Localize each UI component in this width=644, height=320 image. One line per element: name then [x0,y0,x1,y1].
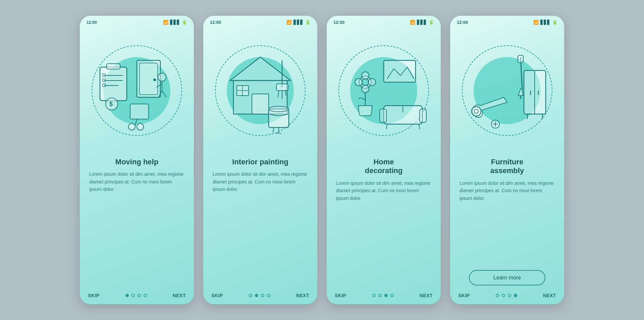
dot-3-1 [372,294,376,297]
skip-button-1[interactable]: SKIP [88,293,100,298]
svg-point-21 [137,123,144,130]
screen-title-4: Furniture assembly [460,158,555,175]
status-bar-3: 12:00 📶 ▋▋▋ 🔋 [327,16,441,27]
content-area-4: Furniture assembly Lorem ipsum dolor sit… [450,154,564,288]
nav-bar-1: SKIP NEXT [80,288,194,304]
illustration-area-1: $ [80,27,194,154]
illustration-area-3 [327,27,441,154]
dot-4-1 [496,294,499,297]
dot-2-3 [261,294,264,297]
dot-3-3 [384,294,388,297]
wifi-icon-1: 📶 [163,20,168,25]
nav-bar-2: SKIP NEXT [203,288,317,304]
dot-4-2 [502,294,505,297]
screen-title-2: Interior painting [213,158,308,166]
nav-bar-4: SKIP NEXT [450,288,564,304]
screen-interior-painting: 12:00 📶 ▋▋▋ 🔋 [203,16,317,304]
svg-rect-29 [276,84,288,91]
screen-moving-help: 12:00 📶 ▋▋▋ 🔋 $ [80,16,194,304]
content-area-2: Interior painting Lorem ipsum dolor sit … [203,154,317,288]
dot-3-4 [390,294,394,297]
battery-icon-2: 🔋 [305,20,311,25]
illustration-area-2 [203,27,317,154]
signal-icon-4: ▋▋▋ [540,20,550,25]
time-2: 12:00 [210,20,221,25]
learn-more-button[interactable]: Learn more [469,270,545,285]
skip-button-4[interactable]: SKIP [458,293,470,298]
dot-2-1 [249,294,252,297]
next-button-3[interactable]: NEXT [420,293,433,298]
signal-icon-2: ▋▋▋ [293,20,304,25]
svg-point-20 [128,123,135,130]
status-bar-2: 12:00 📶 ▋▋▋ 🔋 [203,16,317,27]
content-area-1: Moving help Lorem ipsum dolor sit dim am… [80,154,194,288]
svg-point-42 [355,78,362,86]
dot-4-4 [514,294,517,297]
signal-icon-3: ▋▋▋ [417,20,427,25]
screen-title-1: Moving help [89,158,184,166]
dot-1-4 [144,294,147,297]
status-bar-1: 12:00 📶 ▋▋▋ 🔋 [80,16,194,27]
svg-line-19 [135,119,137,126]
dot-1-3 [138,294,141,297]
screen-home-decorating: 12:00 📶 ▋▋▋ 🔋 [327,16,441,304]
svg-point-41 [362,85,369,93]
screen-furniture-assembly: 12:00 📶 ▋▋▋ 🔋 [450,16,564,304]
signal-icon-1: ▋▋▋ [170,20,180,25]
screen-description-3: Lorem ipsum dolor sit dim amet, mea regi… [336,179,431,288]
battery-icon-3: 🔋 [429,20,434,25]
wifi-icon-4: 📶 [533,20,539,25]
screen-description-2: Lorem ipsum dolor sit dim amet, mea regi… [213,170,308,288]
svg-line-17 [162,91,166,97]
svg-rect-49 [420,109,426,122]
svg-rect-24 [252,94,269,114]
nav-bar-3: SKIP NEXT [327,288,441,304]
svg-line-35 [273,127,274,132]
svg-line-52 [419,124,420,129]
battery-icon-4: 🔋 [552,20,557,25]
content-area-3: Home decorating Lorem ipsum dolor sit di… [327,154,441,288]
status-bar-4: 12:00 📶 ▋▋▋ 🔋 [450,16,564,27]
svg-point-13 [158,73,166,81]
dot-2-2 [255,294,258,297]
next-button-2[interactable]: NEXT [296,293,309,298]
nav-dots-3 [372,294,394,297]
dot-4-3 [508,294,511,297]
dot-1-2 [131,294,135,297]
svg-marker-55 [518,89,523,96]
screen-title-3: Home decorating [336,158,431,175]
svg-point-34 [269,106,289,112]
svg-rect-18 [130,104,149,119]
next-button-4[interactable]: NEXT [543,293,556,298]
dot-1-1 [125,294,129,297]
svg-point-37 [276,133,281,134]
svg-point-64 [474,109,478,113]
wifi-icon-2: 📶 [286,20,292,25]
svg-marker-22 [230,57,290,81]
assembly-illustration [464,47,551,134]
svg-line-51 [386,124,387,129]
dot-2-4 [267,294,270,297]
time-1: 12:00 [87,20,97,25]
svg-rect-1 [107,64,120,69]
nav-dots-4 [496,294,517,297]
status-icons-2: 📶 ▋▋▋ 🔋 [286,20,311,25]
svg-rect-38 [384,60,416,82]
svg-text:$: $ [109,101,113,107]
illustration-area-4 [450,27,564,154]
screens-container: 12:00 📶 ▋▋▋ 🔋 $ [80,16,564,304]
svg-point-43 [368,78,376,86]
wifi-icon-3: 📶 [410,20,415,25]
painting-illustration [217,47,304,134]
next-button-1[interactable]: NEXT [173,293,186,298]
decorating-illustration [340,47,427,134]
skip-button-2[interactable]: SKIP [211,293,223,298]
time-4: 12:00 [457,20,468,25]
status-icons-3: 📶 ▋▋▋ 🔋 [410,20,434,25]
status-icons-4: 📶 ▋▋▋ 🔋 [533,20,557,25]
battery-icon-1: 🔋 [182,20,187,25]
skip-button-3[interactable]: SKIP [335,293,346,298]
time-3: 12:00 [333,20,344,25]
nav-dots-2 [249,294,270,297]
svg-point-44 [362,79,369,86]
